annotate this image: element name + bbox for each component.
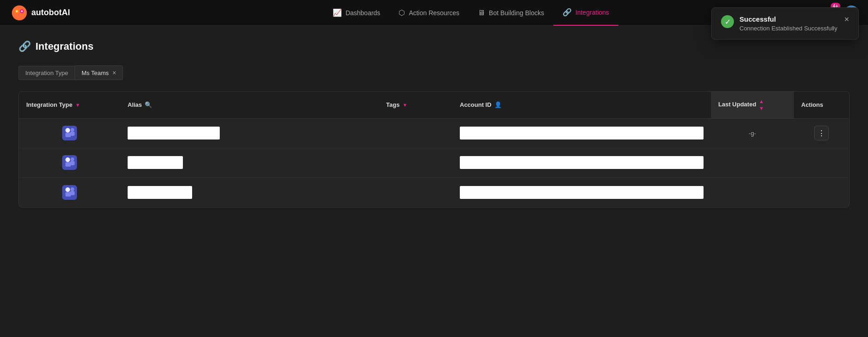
td-tags-3 <box>379 187 452 198</box>
alias-redacted-2 <box>128 156 183 169</box>
nav-item-integrations[interactable]: 🔗 Integrations <box>553 0 618 26</box>
svg-point-9 <box>65 128 70 133</box>
actions-dropdown-menu: → Open ⊙ Test ✎ Edit 🗑 Delete <box>849 120 850 195</box>
td-last-updated-2 <box>711 157 794 168</box>
svg-point-7 <box>70 128 74 132</box>
toast-title: Successful <box>739 15 839 23</box>
toast-notification: ✓ Successful Connection Established Succ… <box>711 7 859 40</box>
svg-rect-11 <box>65 133 71 137</box>
integrations-table: Integration Type ▼ Alias 🔍 Tags ▼ Accoun… <box>18 91 850 208</box>
th-account-id[interactable]: Account ID 👤 <box>452 95 711 115</box>
td-tags-2 <box>379 157 452 168</box>
svg-point-15 <box>65 157 70 162</box>
td-integration-type-3 <box>19 180 120 205</box>
ms-teams-icon <box>62 185 77 200</box>
account-redacted-2 <box>460 156 704 169</box>
nav-item-bot-building-blocks[interactable]: 🖥 Bot Building Blocks <box>469 0 553 26</box>
td-last-updated-1: -g- <box>711 124 794 142</box>
toast-close-button[interactable]: × <box>844 15 849 23</box>
account-id-user-icon: 👤 <box>494 101 502 108</box>
td-alias-3 <box>120 180 379 204</box>
td-tags-1 <box>379 128 452 139</box>
svg-point-20 <box>65 187 70 192</box>
table-header: Integration Type ▼ Alias 🔍 Tags ▼ Accoun… <box>19 92 849 119</box>
svg-point-0 <box>12 5 27 20</box>
action-resources-icon: ⬡ <box>399 8 405 17</box>
row-actions-button-1[interactable]: ⋮ <box>814 126 829 140</box>
logo-icon <box>11 5 28 21</box>
td-actions-2 <box>794 157 849 168</box>
account-redacted-1 <box>460 127 704 139</box>
svg-point-18 <box>70 187 74 191</box>
svg-rect-21 <box>65 192 71 197</box>
logo[interactable]: autobotAI <box>11 5 70 21</box>
td-actions-1: ⋮ → Open ⊙ Test ✎ Edit <box>794 120 849 146</box>
table-row: -g- ⋮ → Open ⊙ Test ✎ Edit <box>19 119 849 148</box>
bot-building-blocks-icon: 🖥 <box>478 9 485 17</box>
td-alias-1 <box>120 121 379 145</box>
filter-bar: Integration Type Ms Teams × <box>18 65 850 80</box>
filter-label: Integration Type <box>18 66 75 80</box>
svg-point-4 <box>16 10 18 12</box>
td-last-updated-3 <box>711 187 794 198</box>
integration-type-filter-icon: ▼ <box>75 102 80 108</box>
th-actions: Actions <box>794 95 849 115</box>
svg-point-3 <box>18 13 21 17</box>
table-row <box>19 148 849 178</box>
th-alias[interactable]: Alias 🔍 <box>120 95 379 115</box>
td-account-id-3 <box>452 180 711 204</box>
main-content: 🔗 Integrations Integration Type Ms Teams… <box>0 26 868 337</box>
td-integration-type-1 <box>19 120 120 146</box>
integrations-icon: 🔗 <box>563 8 572 17</box>
filter-value: Ms Teams × <box>75 65 123 80</box>
tags-filter-icon: ▼ <box>402 102 407 108</box>
toast-message: Connection Established Successfully <box>739 25 839 32</box>
th-tags[interactable]: Tags ▼ <box>379 95 452 115</box>
svg-rect-16 <box>65 162 71 167</box>
td-actions-3 <box>794 187 849 198</box>
td-account-id-2 <box>452 151 711 174</box>
dashboards-icon: 📈 <box>333 8 342 17</box>
last-updated-sort-icon: ▲▼ <box>759 98 764 112</box>
svg-point-5 <box>21 10 23 12</box>
alias-redacted-1 <box>128 127 220 139</box>
alias-search-icon: 🔍 <box>145 101 152 108</box>
filter-close-button[interactable]: × <box>112 69 116 76</box>
ms-teams-icon <box>62 126 77 140</box>
nav-item-action-resources[interactable]: ⬡ Action Resources <box>389 0 469 26</box>
td-integration-type-2 <box>19 150 120 175</box>
th-last-updated[interactable]: Last Updated ▲▼ <box>711 92 794 118</box>
td-account-id-1 <box>452 121 711 145</box>
ms-teams-icon <box>62 155 77 170</box>
page-title: 🔗 Integrations <box>18 41 850 52</box>
table-row <box>19 178 849 207</box>
toast-content: Successful Connection Established Succes… <box>739 15 839 32</box>
account-redacted-3 <box>460 186 704 199</box>
svg-point-13 <box>70 157 74 161</box>
alias-redacted-3 <box>128 186 192 199</box>
page-title-icon: 🔗 <box>18 41 31 52</box>
toast-success-icon: ✓ <box>721 15 734 28</box>
nav-item-dashboards[interactable]: 📈 Dashboards <box>323 0 390 26</box>
th-integration-type[interactable]: Integration Type ▼ <box>19 95 120 115</box>
td-alias-2 <box>120 151 379 174</box>
